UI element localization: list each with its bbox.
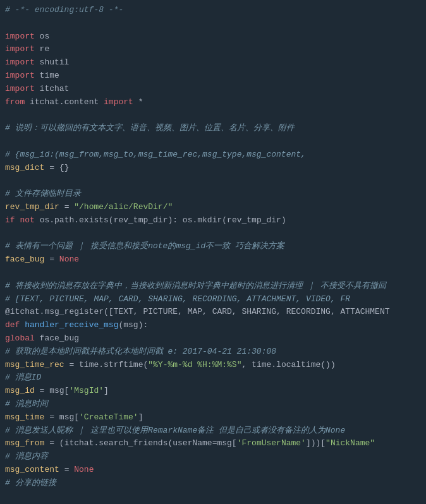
line-rev-tmp-dir: rev_tmp_dir = "/home/alic/RevDir/" bbox=[0, 201, 426, 214]
line-blank-2 bbox=[0, 109, 426, 122]
line-face-bug: face_bug = None bbox=[0, 253, 426, 267]
line-1: # -*- encoding:utf-8 -*- bbox=[0, 4, 426, 17]
line-import-shutil: import shutil bbox=[0, 56, 426, 69]
line-comment-msgfrom: # 消息发送人昵称 ｜ 这里也可以使用RemarkName备注 但是自己或者没有… bbox=[0, 424, 426, 438]
line-msg-time: msg_time = msg['CreateTime'] bbox=[0, 411, 426, 424]
line-import-itchat: import itchat bbox=[0, 83, 426, 96]
line-blank-5 bbox=[0, 227, 426, 241]
line-comment-msgid2: # 消息ID bbox=[0, 371, 426, 385]
line-import-time: import time bbox=[0, 69, 426, 83]
line-comment-msgid: # {msg_id:(msg_from,msg_to,msg_time_rec,… bbox=[0, 148, 426, 162]
line-msg-dict: msg_dict = {} bbox=[0, 162, 426, 175]
line-blank-6 bbox=[0, 267, 426, 280]
line-comment-desc: # 说明：可以撤回的有文本文字、语音、视频、图片、位置、名片、分享、附件 bbox=[0, 122, 426, 135]
line-comment-types: # [TEXT, PICTURE, MAP, CARD, SHARING, RE… bbox=[0, 293, 426, 306]
line-msg-content: msg_content = None bbox=[0, 464, 426, 477]
line-comment-msgtime: # 消息时间 bbox=[0, 398, 426, 411]
line-def-handler: def handler_receive_msg(msg): bbox=[0, 319, 426, 332]
line-comment-facebug: # 表情有一个问题 ｜ 接受信息和接受note的msg_id不一致 巧合解决方案 bbox=[0, 240, 426, 253]
line-blank-4 bbox=[0, 174, 426, 188]
line-from-itchat: from itchat.content import * bbox=[0, 96, 426, 109]
line-msg-id: msg_id = msg['MsgId'] bbox=[0, 385, 426, 398]
line-register: @itchat.msg_register([TEXT, PICTURE, MAP… bbox=[0, 306, 426, 319]
line-comment-msgcontent: # 消息内容 bbox=[0, 450, 426, 464]
line-comment-filedir: # 文件存储临时目录 bbox=[0, 188, 426, 201]
line-comment-sharelink: # 分享的链接 bbox=[0, 477, 426, 490]
line-msg-from: msg_from = (itchat.search_friends(userNa… bbox=[0, 437, 426, 450]
line-if-not-exists: if not os.path.exists(rev_tmp_dir): os.m… bbox=[0, 214, 426, 227]
line-import-re: import re bbox=[0, 43, 426, 56]
line-comment-store: # 将接收到的消息存放在字典中，当接收到新消息时对字典中超时的消息进行清理 ｜ … bbox=[0, 280, 426, 293]
line-msg-time-rec: msg_time_rec = time.strftime("%Y-%m-%d %… bbox=[0, 359, 426, 372]
line-comment-time: # 获取的是本地时间戳并格式化本地时间戳 e: 2017-04-21 21:30… bbox=[0, 345, 426, 359]
line-blank-1 bbox=[0, 17, 426, 30]
code-editor: # -*- encoding:utf-8 -*- import os impor… bbox=[0, 0, 426, 504]
line-blank-3 bbox=[0, 135, 426, 148]
line-import-os: import os bbox=[0, 30, 426, 44]
line-global: global face_bug bbox=[0, 332, 426, 345]
